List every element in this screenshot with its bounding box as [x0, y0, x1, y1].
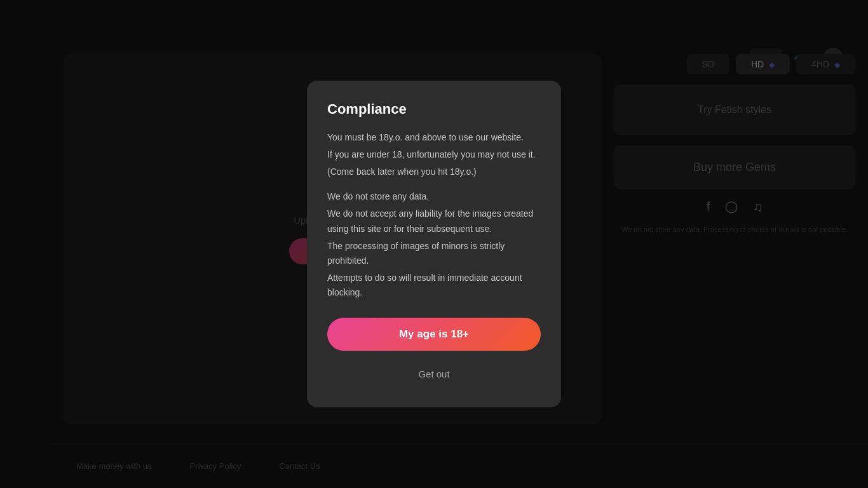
modal-line-1: You must be 18y.o. and above to use our …: [327, 130, 541, 145]
modal-overlay: Compliance You must be 18y.o. and above …: [0, 0, 868, 488]
age-confirm-button[interactable]: My age is 18+: [327, 318, 541, 351]
modal-line-2: If you are under 18, unfortunately you m…: [327, 147, 541, 162]
get-out-button[interactable]: Get out: [327, 361, 541, 387]
modal-line-5: We do not accept any liability for the i…: [327, 207, 541, 236]
modal-line-6: The processing of images of minors is st…: [327, 239, 541, 268]
compliance-modal: Compliance You must be 18y.o. and above …: [307, 81, 561, 407]
modal-title: Compliance: [327, 101, 541, 118]
modal-body: You must be 18y.o. and above to use our …: [327, 130, 541, 300]
modal-line-4: We do not store any data.: [327, 189, 541, 204]
modal-line-7: Attempts to do so will result in immedia…: [327, 271, 541, 300]
decline-label: Get out: [418, 369, 449, 379]
confirm-label: My age is 18+: [399, 328, 469, 340]
modal-line-3: (Come back later when you hit 18y.o.): [327, 165, 541, 179]
